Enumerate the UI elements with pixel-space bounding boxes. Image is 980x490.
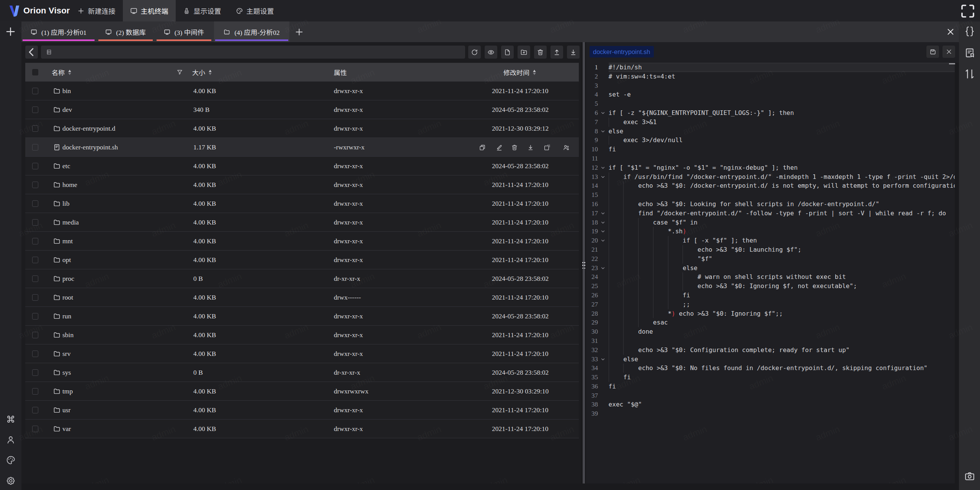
close-terminal-button[interactable]	[945, 26, 956, 38]
settings-button[interactable]	[6, 476, 16, 486]
code-editor[interactable]: 1#!/bin/sh2# vim:sw=4:ts=4:et34set -e56i…	[586, 63, 955, 483]
editor-scrollbar-track[interactable]	[955, 63, 959, 483]
editor-filename[interactable]: docker-entrypoint.sh	[590, 46, 654, 57]
file-row-root[interactable]: root4.00 KBdrwx------2021-11-24 17:20:10	[25, 288, 579, 307]
column-header-1[interactable]: 名称	[52, 63, 72, 82]
move-file-button[interactable]	[544, 144, 550, 151]
row-checkbox[interactable]	[32, 194, 38, 213]
copy-file-button[interactable]	[479, 144, 486, 151]
row-checkbox[interactable]	[32, 175, 38, 194]
fold-marker-icon[interactable]	[601, 211, 605, 216]
file-permissions: drwxr-xr-x	[334, 401, 363, 420]
file-row-run[interactable]: run4.00 KBdrwxr-xr-x2024-05-28 23:58:02	[25, 307, 579, 326]
new-folder-button[interactable]	[518, 46, 530, 59]
fold-marker-icon[interactable]	[601, 166, 605, 170]
fold-marker-icon[interactable]	[601, 111, 605, 115]
screenshot-button[interactable]	[964, 470, 975, 482]
shortcut-keys-button[interactable]	[6, 414, 16, 424]
file-row-dev[interactable]: dev340 Bdrwxr-xr-x2024-05-28 23:58:02	[25, 100, 579, 119]
file-row-usr[interactable]: usr4.00 KBdrwxr-xr-x2021-11-24 17:20:10	[25, 401, 579, 420]
editor-save-button[interactable]	[926, 46, 939, 58]
menu-theme-settings[interactable]: 主题设置	[229, 0, 281, 21]
editor-close-button[interactable]	[942, 46, 955, 58]
tab-1[interactable]: (1) 应用-分析01	[21, 21, 96, 42]
back-button[interactable]	[25, 46, 38, 59]
fold-marker-icon[interactable]	[601, 175, 605, 179]
path-input[interactable]	[56, 46, 458, 59]
toggle-hidden-files-button[interactable]	[485, 46, 497, 59]
file-row-lib[interactable]: lib4.00 KBdrwxr-xr-x2021-11-24 17:20:10	[25, 194, 579, 213]
row-checkbox[interactable]	[32, 213, 38, 232]
menu-display-settings[interactable]: 显示设置	[176, 0, 229, 21]
row-checkbox[interactable]	[32, 344, 38, 363]
filter-name-button[interactable]	[176, 63, 183, 82]
file-row-docker-entrypoint.sh[interactable]: docker-entrypoint.sh1.17 KB-rwxrwxr-x	[25, 138, 579, 157]
json-view-button[interactable]	[964, 26, 975, 37]
file-row-mnt[interactable]: mnt4.00 KBdrwxr-xr-x2021-11-24 17:20:10	[25, 232, 579, 251]
change-owner-button[interactable]	[563, 144, 570, 151]
user-profile-button[interactable]	[6, 435, 16, 445]
new-tab-button[interactable]	[293, 26, 305, 38]
transfer-list-button[interactable]	[964, 68, 975, 80]
fold-marker-icon[interactable]	[601, 220, 605, 225]
file-row-bin[interactable]: bin4.00 KBdrwxr-xr-x2021-11-24 17:20:10	[25, 82, 579, 100]
row-checkbox[interactable]	[32, 232, 38, 251]
tab-2[interactable]: (2) 数据库	[97, 21, 154, 42]
tab-4[interactable]: (4) 应用-分析02	[214, 21, 289, 42]
download-file-button[interactable]	[527, 144, 534, 151]
file-row-sbin[interactable]: sbin4.00 KBdrwxr-xr-x2021-11-24 17:20:10	[25, 326, 579, 344]
delete-file-button[interactable]	[511, 144, 518, 151]
menu-host-terminal[interactable]: 主机终端	[123, 0, 176, 21]
download-button[interactable]	[567, 46, 580, 59]
file-row-docker-entrypoint.d[interactable]: docker-entrypoint.d4.00 KBdrwxr-xr-x2021…	[25, 119, 579, 138]
edit-file-button[interactable]	[496, 144, 503, 151]
file-row-proc[interactable]: proc0 Bdr-xr-xr-x2024-05-28 23:58:02	[25, 269, 579, 288]
row-checkbox[interactable]	[32, 363, 38, 382]
row-checkbox[interactable]	[32, 82, 38, 100]
sidebar-new-connection-button[interactable]	[5, 26, 16, 38]
column-header-4[interactable]: 修改时间	[503, 63, 536, 82]
file-row-etc[interactable]: etc4.00 KBdrwxr-xr-x2024-05-28 23:58:02	[25, 157, 579, 175]
move-icon	[544, 144, 550, 151]
file-row-var[interactable]: var4.00 KBdrwxr-xr-x2021-11-24 17:20:10	[25, 420, 579, 438]
menu-new-connection[interactable]: 新建连接	[70, 0, 123, 21]
row-checkbox[interactable]	[32, 326, 38, 344]
tab-3[interactable]: (3) 中间件	[155, 21, 212, 42]
command-snippets-button[interactable]	[964, 47, 975, 59]
path-list-icon[interactable]	[46, 49, 52, 55]
fold-marker-icon[interactable]	[601, 129, 605, 134]
theme-button[interactable]	[6, 455, 16, 465]
row-checkbox[interactable]	[32, 119, 38, 138]
code-line-5: 5	[586, 99, 955, 108]
delete-button[interactable]	[534, 46, 547, 59]
app-brand[interactable]: Orion Visor	[8, 5, 70, 17]
file-row-media[interactable]: media4.00 KBdrwxr-xr-x2021-11-24 17:20:1…	[25, 213, 579, 232]
row-checkbox[interactable]	[32, 307, 38, 326]
fold-marker-icon[interactable]	[601, 357, 605, 362]
row-checkbox[interactable]	[32, 401, 38, 420]
row-checkbox[interactable]	[32, 100, 38, 119]
row-checkbox[interactable]	[32, 251, 38, 269]
fold-marker-icon[interactable]	[601, 266, 605, 270]
file-row-tmp[interactable]: tmp4.00 KBdrwxrwxrwx2021-12-30 03:29:10	[25, 382, 579, 401]
row-checkbox[interactable]	[32, 288, 38, 307]
file-row-sys[interactable]: sys0 Bdr-xr-xr-x2024-05-28 23:58:02	[25, 363, 579, 382]
row-checkbox[interactable]	[32, 269, 38, 288]
splitter-drag-handle-icon[interactable]	[582, 262, 585, 270]
row-checkbox[interactable]	[32, 420, 38, 438]
file-row-home[interactable]: home4.00 KBdrwxr-xr-x2021-11-24 17:20:10	[25, 175, 579, 194]
fullscreen-button[interactable]	[960, 3, 975, 19]
new-file-button[interactable]	[501, 46, 514, 59]
select-all-checkbox[interactable]	[32, 63, 38, 82]
fold-marker-icon[interactable]	[601, 229, 605, 234]
file-row-opt[interactable]: opt4.00 KBdrwxr-xr-x2021-11-24 17:20:10	[25, 251, 579, 269]
column-header-2[interactable]: 大小	[192, 63, 212, 82]
row-checkbox[interactable]	[32, 382, 38, 401]
column-header-3[interactable]: 属性	[334, 63, 347, 82]
panel-splitter[interactable]	[581, 42, 586, 490]
upload-button[interactable]	[550, 46, 563, 59]
fold-marker-icon[interactable]	[601, 238, 605, 243]
row-checkbox[interactable]	[32, 157, 38, 175]
file-row-srv[interactable]: srv4.00 KBdrwxr-xr-x2021-11-24 17:20:10	[25, 344, 579, 363]
refresh-button[interactable]	[468, 46, 481, 59]
